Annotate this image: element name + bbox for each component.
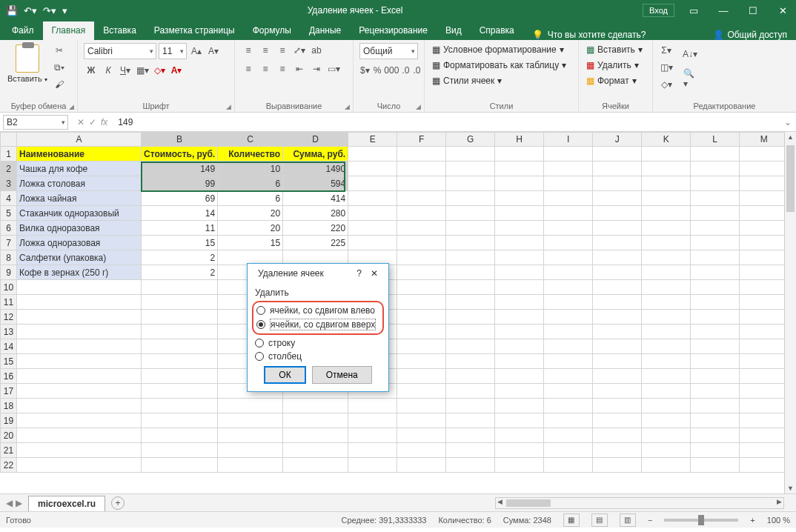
- row-4[interactable]: 4Ложка чайная696414: [1, 191, 789, 206]
- expand-formula-bar[interactable]: ⌄: [780, 117, 796, 127]
- paste-button[interactable]: Вставить ▾: [6, 43, 49, 84]
- tab-home[interactable]: Главная: [43, 21, 95, 40]
- save-icon[interactable]: 💾: [6, 5, 18, 16]
- align-left-icon[interactable]: ≡: [241, 61, 256, 76]
- add-sheet-button[interactable]: +: [111, 496, 125, 510]
- tab-review[interactable]: Рецензирование: [350, 21, 437, 40]
- align-right-icon[interactable]: ≡: [275, 61, 290, 76]
- zoom-slider[interactable]: [664, 519, 738, 522]
- format-as-table-button[interactable]: ▦Форматировать как таблицу ▾: [431, 59, 572, 72]
- decrease-indent-icon[interactable]: ⇤: [292, 61, 307, 76]
- font-color-button[interactable]: А▾: [169, 63, 184, 78]
- currency-icon[interactable]: $▾: [359, 63, 371, 78]
- font-combo[interactable]: Calibri: [84, 43, 156, 59]
- option-entire-column[interactable]: столбец: [255, 350, 381, 363]
- number-launcher[interactable]: ◢: [416, 103, 421, 110]
- zoom-level[interactable]: 100 %: [767, 516, 790, 525]
- cancel-button[interactable]: Отмена: [312, 366, 372, 384]
- normal-view-button[interactable]: ▦: [563, 513, 580, 527]
- comma-icon[interactable]: 000: [384, 63, 399, 78]
- border-button[interactable]: ▦▾: [135, 63, 150, 78]
- row-14[interactable]: 14: [1, 339, 789, 354]
- row-11[interactable]: 11: [1, 295, 789, 310]
- tab-data[interactable]: Данные: [300, 21, 350, 40]
- row-7[interactable]: 7Ложка одноразовая1515225: [1, 236, 789, 250]
- clear-icon[interactable]: ◇▾: [659, 77, 674, 92]
- align-top-icon[interactable]: ≡: [241, 43, 256, 58]
- redo-icon[interactable]: ↷▾: [43, 5, 56, 16]
- tell-me-search[interactable]: 💡Что вы хотите сделать?: [523, 30, 655, 40]
- minimize-button[interactable]: —: [713, 5, 734, 16]
- maximize-button[interactable]: ☐: [743, 5, 763, 16]
- align-launcher[interactable]: ◢: [345, 103, 350, 110]
- clipboard-launcher[interactable]: ◢: [69, 103, 74, 110]
- font-launcher[interactable]: ◢: [226, 103, 231, 110]
- align-center-icon[interactable]: ≡: [258, 61, 273, 76]
- row-22[interactable]: 22: [1, 458, 789, 473]
- decrease-font-icon[interactable]: A▾: [206, 44, 221, 59]
- format-painter-icon[interactable]: 🖌: [52, 77, 67, 92]
- bold-button[interactable]: Ж: [84, 63, 99, 78]
- row-20[interactable]: 20: [1, 428, 789, 443]
- close-button[interactable]: ✕: [772, 5, 793, 16]
- ok-button[interactable]: ОК: [264, 366, 305, 384]
- row-17[interactable]: 17: [1, 384, 789, 399]
- merge-icon[interactable]: ▭▾: [326, 61, 341, 76]
- row-16[interactable]: 16: [1, 369, 789, 384]
- row-12[interactable]: 12: [1, 310, 789, 325]
- share-button[interactable]: 👤Общий доступ: [704, 30, 796, 40]
- sheet-tab[interactable]: microexcel.ru: [28, 496, 105, 511]
- dialog-close-button[interactable]: ✕: [366, 268, 382, 279]
- row-5[interactable]: 5Стаканчик одноразовый1420280: [1, 206, 789, 221]
- dialog-help-button[interactable]: ?: [352, 268, 366, 279]
- row-15[interactable]: 15: [1, 354, 789, 369]
- row-6[interactable]: 6Вилка одноразовая1120220: [1, 221, 789, 236]
- row-13[interactable]: 13: [1, 325, 789, 339]
- fx-icon[interactable]: fx: [101, 117, 107, 127]
- row-9[interactable]: 9Кофе в зернах (250 г)2: [1, 265, 789, 280]
- prev-sheet-icon[interactable]: ◀: [6, 498, 13, 508]
- page-break-view-button[interactable]: ▥: [620, 513, 636, 527]
- signin-button[interactable]: Вход: [643, 4, 674, 17]
- ribbon-options-icon[interactable]: ▭: [683, 5, 704, 16]
- name-box[interactable]: B2: [3, 115, 68, 130]
- page-layout-view-button[interactable]: ▤: [591, 513, 608, 527]
- wrap-text-icon[interactable]: ab: [309, 43, 324, 58]
- option-entire-row[interactable]: строку: [255, 336, 381, 350]
- worksheet-grid[interactable]: ABCD EFGHIJKLM 1НаименованиеСтоимость, р…: [0, 132, 796, 493]
- row-21[interactable]: 21: [1, 443, 789, 458]
- increase-font-icon[interactable]: A▴: [189, 44, 204, 59]
- increase-indent-icon[interactable]: ⇥: [309, 61, 324, 76]
- qat-customize-icon[interactable]: ▾: [62, 5, 67, 16]
- row-1[interactable]: 1НаименованиеСтоимость, руб.КоличествоСу…: [1, 147, 789, 162]
- horizontal-scrollbar[interactable]: [495, 497, 784, 509]
- sort-filter-icon[interactable]: A↓▾: [683, 43, 697, 65]
- tab-layout[interactable]: Разметка страницы: [145, 21, 244, 40]
- row-3[interactable]: 3Ложка столовая996594: [1, 176, 789, 191]
- find-select-icon[interactable]: 🔍▾: [683, 67, 697, 90]
- tab-view[interactable]: Вид: [437, 21, 471, 40]
- insert-cells-button[interactable]: ▦Вставить ▾: [585, 43, 646, 56]
- align-middle-icon[interactable]: ≡: [258, 43, 273, 58]
- row-19[interactable]: 19: [1, 413, 789, 428]
- column-headers[interactable]: ABCD EFGHIJKLM: [1, 133, 789, 147]
- option-shift-left[interactable]: ячейки, со сдвигом влево: [256, 304, 379, 317]
- tab-file[interactable]: Файл: [3, 21, 43, 40]
- increase-decimal-icon[interactable]: .0: [401, 63, 410, 78]
- option-shift-up[interactable]: ячейки, со сдвигом вверх: [256, 317, 379, 332]
- format-cells-button[interactable]: ▦Формат ▾: [585, 74, 646, 87]
- undo-icon[interactable]: ↶▾: [24, 5, 37, 16]
- copy-icon[interactable]: ⧉▾: [52, 60, 67, 75]
- zoom-in-button[interactable]: +: [750, 516, 754, 525]
- vertical-scrollbar[interactable]: [784, 132, 796, 493]
- tab-insert[interactable]: Вставка: [94, 21, 145, 40]
- conditional-formatting-button[interactable]: ▦Условное форматирование ▾: [431, 43, 572, 56]
- select-all-corner[interactable]: [1, 133, 17, 147]
- decrease-decimal-icon[interactable]: .0: [412, 63, 421, 78]
- italic-button[interactable]: К: [101, 63, 116, 78]
- font-size-combo[interactable]: 11: [159, 43, 187, 59]
- number-format-combo[interactable]: Общий: [359, 43, 418, 59]
- cell-styles-button[interactable]: ▦Стили ячеек ▾: [431, 74, 572, 87]
- formula-input[interactable]: 149: [113, 117, 780, 127]
- autosum-icon[interactable]: Σ▾: [659, 43, 674, 58]
